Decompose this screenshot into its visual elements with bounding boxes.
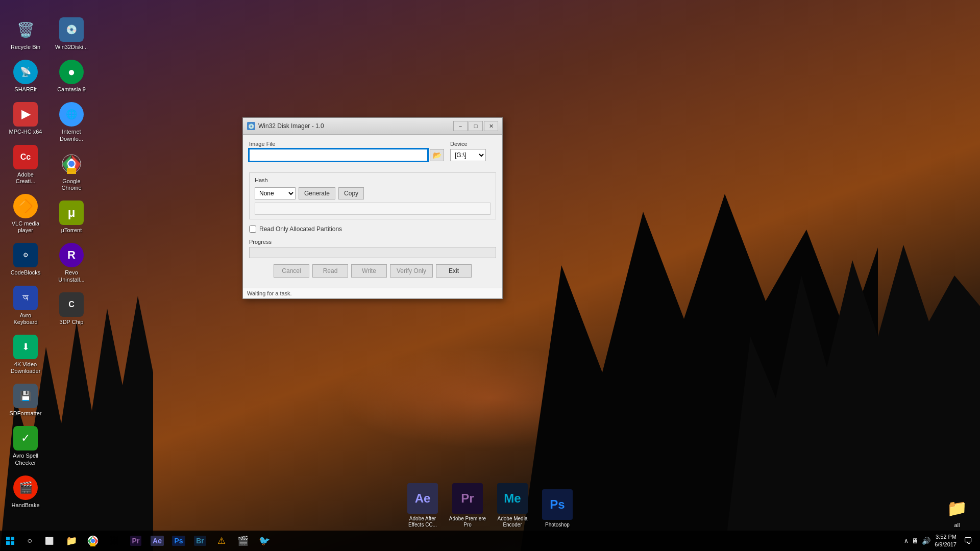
taskbar-chrome[interactable]	[83, 531, 103, 551]
4kvideo-label: 4K Video Downloader	[7, 361, 44, 374]
avro-icon: অ	[13, 286, 38, 310]
desktop-icon-sdformatter[interactable]: 💾 SDFormatter	[5, 382, 46, 419]
taskbar-video-editor[interactable]: 🎬	[233, 531, 253, 551]
desktop-icon-codeblocks[interactable]: ⚙ CodeBlocks	[5, 241, 46, 278]
utorrent-icon: μ	[59, 201, 84, 225]
after-effects-label: Adobe After Effects CC...	[402, 516, 443, 528]
taskbar-file-explorer[interactable]: 📁	[61, 531, 82, 551]
desktop-icon-win32disk[interactable]: 💿 Win32Diski...	[51, 15, 92, 53]
3dpchip-icon: C	[59, 292, 84, 317]
camtasia-icon: ●	[59, 60, 84, 84]
4kvideo-icon: ⬇	[13, 335, 38, 359]
bird-app-icon: 🐦	[259, 535, 270, 546]
premiere-taskbar-icon: Pr	[130, 536, 142, 546]
shareit-icon: 📡	[13, 60, 38, 84]
tray-chevron[interactable]: ∧	[904, 537, 909, 544]
tray-network[interactable]: 🖥	[912, 537, 919, 545]
sys-tray-icons: ∧ 🖥 🔊	[904, 537, 930, 545]
taskbar: ○ ⬜ 📁 🖼	[0, 531, 980, 551]
adobe-label: Adobe Creati...	[7, 171, 44, 185]
desktop-icon-camtasia[interactable]: ● Camtasia 9	[51, 58, 92, 95]
taskbar-apps: 📁 🖼 Pr Ae Ps	[61, 531, 275, 551]
media-encoder-icon: Me	[497, 483, 528, 514]
start-button[interactable]	[0, 531, 20, 551]
generate-button[interactable]: Generate	[299, 187, 335, 199]
codeblocks-icon: ⚙	[13, 243, 38, 267]
desktop-icon-avro-spell[interactable]: ✓ Avro Spell Checker	[5, 424, 46, 468]
taskbar-ae[interactable]: Ae	[147, 531, 167, 551]
taskbar-ps[interactable]: Ps	[168, 531, 189, 551]
win32-dialog[interactable]: 💿 Win32 Disk Imager - 1.0 − □ ✕ Image Fi…	[242, 117, 503, 299]
read-button[interactable]: Read	[312, 264, 348, 278]
dock-photoshop[interactable]: Ps Photoshop	[537, 489, 578, 528]
dialog-title: Win32 Disk Imager - 1.0	[258, 122, 453, 130]
notification-button[interactable]: 🗨	[961, 536, 976, 546]
exit-button[interactable]: Exit	[436, 264, 472, 278]
device-label: Device	[450, 141, 496, 147]
dialog-maximize-button[interactable]: □	[469, 121, 483, 131]
hash-row: NoneMD5SHA1SHA256 Generate Copy	[255, 187, 491, 199]
desktop-icon-avro[interactable]: অ Avro Keyboard	[5, 284, 46, 328]
premiere-label: Adobe Premiere Pro	[447, 516, 488, 528]
desktop-icon-handbrake[interactable]: 🎬 HandBrake	[5, 473, 46, 511]
chrome-label: Google Chrome	[53, 178, 90, 191]
verify-button[interactable]: Verify Only	[390, 264, 433, 278]
taskbar-bird-app[interactable]: 🐦	[254, 531, 275, 551]
desktop-icon-shareit[interactable]: 📡 SHAREit	[5, 58, 46, 95]
top-section: Image File 📂 Device [G:\]	[249, 141, 496, 167]
image-file-section: Image File 📂	[249, 141, 444, 167]
dock-all-icon[interactable]: 📁 all	[939, 494, 975, 528]
image-browse-button[interactable]: 📂	[430, 149, 444, 161]
image-file-input[interactable]	[249, 149, 428, 161]
win32disk-label: Win32Diski...	[55, 44, 88, 51]
desktop-icon-vlc[interactable]: 🔶 VLC media player	[5, 192, 46, 236]
handbrake-icon: 🎬	[13, 475, 38, 500]
desktop-icon-3dpchip[interactable]: C 3DP Chip	[51, 290, 92, 328]
progress-bar-outer	[249, 247, 496, 258]
device-select[interactable]: [G:\]	[450, 149, 486, 161]
browse-icon: 📂	[433, 151, 442, 159]
photoshop-icon: Ps	[542, 489, 573, 520]
dock-media-encoder[interactable]: Me Adobe Media Encoder	[492, 483, 533, 528]
ae-taskbar-icon: Ae	[151, 536, 164, 546]
write-button[interactable]: Write	[351, 264, 387, 278]
desktop-icon-4kvideo[interactable]: ⬇ 4K Video Downloader	[5, 333, 46, 377]
dialog-app-icon: 💿	[247, 122, 255, 130]
copy-button[interactable]: Copy	[338, 187, 364, 199]
desktop-icon-internet-dl[interactable]: 🌐 Internet Downlo...	[51, 100, 92, 144]
dialog-titlebar[interactable]: 💿 Win32 Disk Imager - 1.0 − □ ✕	[243, 118, 502, 135]
readonly-checkbox[interactable]	[249, 226, 256, 233]
avro-spell-icon: ✓	[13, 426, 38, 450]
desktop-icon-chrome[interactable]: Google Chrome	[51, 149, 92, 193]
internet-dl-label: Internet Downlo...	[53, 129, 90, 142]
codeblocks-label: CodeBlocks	[11, 269, 41, 276]
taskbar-photos[interactable]: 🖼	[104, 531, 125, 551]
taskbar-br[interactable]: Br	[190, 531, 210, 551]
tray-volume[interactable]: 🔊	[922, 537, 930, 545]
dock-premiere[interactable]: Pr Adobe Premiere Pro	[447, 483, 488, 528]
premiere-icon: Pr	[452, 483, 483, 514]
desktop-icon-mpc[interactable]: ▶ MPC-HC x64	[5, 100, 46, 137]
dialog-controls: − □ ✕	[453, 121, 498, 131]
3dpchip-label: 3DP Chip	[60, 319, 84, 325]
desktop-icon-adobe[interactable]: Cc Adobe Creati...	[5, 143, 46, 187]
sdformatter-icon: 💾	[13, 384, 38, 408]
desktop-icon-revo[interactable]: R Revo Uninstall...	[51, 241, 92, 285]
taskbar-premiere[interactable]: Pr	[126, 531, 146, 551]
cancel-button[interactable]: Cancel	[274, 264, 309, 278]
dialog-minimize-button[interactable]: −	[453, 121, 468, 131]
desktop-icon-utorrent[interactable]: μ µTorrent	[51, 198, 92, 236]
taskbar-caution[interactable]: ⚠	[211, 531, 232, 551]
search-button[interactable]: ○	[20, 531, 39, 551]
handbrake-label: HandBrake	[11, 502, 39, 509]
dialog-close-button[interactable]: ✕	[484, 121, 498, 131]
desktop-icon-recycle-bin[interactable]: 🗑️ Recycle Bin	[5, 15, 46, 53]
video-editor-icon: 🎬	[237, 535, 249, 546]
avro-label: Avro Keyboard	[7, 312, 44, 325]
device-section: Device [G:\]	[450, 141, 496, 167]
dock-after-effects[interactable]: Ae Adobe After Effects CC...	[402, 483, 443, 528]
hash-select[interactable]: NoneMD5SHA1SHA256	[255, 187, 296, 199]
taskbar-clock[interactable]: 3:52 PM 6/9/2017	[935, 533, 957, 549]
hash-value-input[interactable]	[255, 203, 491, 215]
task-view-button[interactable]: ⬜	[39, 531, 59, 551]
